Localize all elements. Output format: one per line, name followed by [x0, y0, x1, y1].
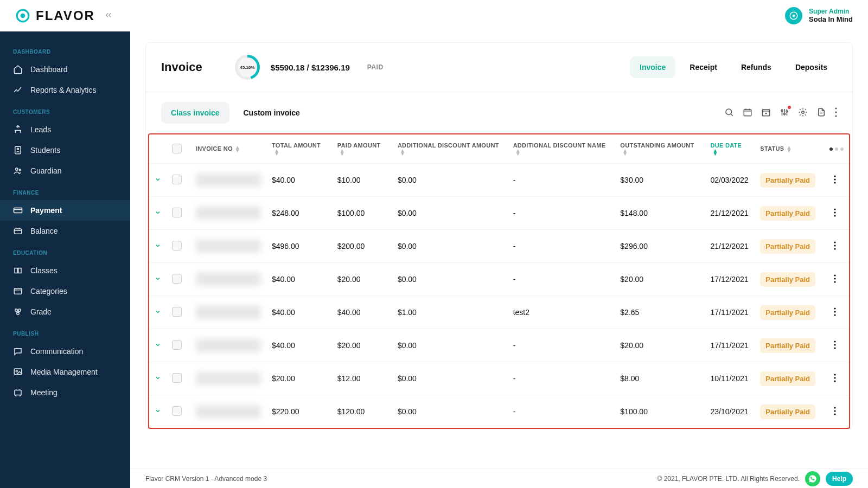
tab-receipt[interactable]: Receipt [680, 56, 727, 78]
add-discount-amount-cell: $0.00 [392, 263, 508, 296]
svg-point-25 [835, 111, 837, 113]
sidebar-item-meeting[interactable]: Meeting [0, 382, 130, 403]
paid-amount-cell: $120.00 [332, 395, 392, 428]
column-invoice-no[interactable]: INVOICE NO▲▼ [190, 134, 266, 164]
invoice-no-cell [196, 339, 261, 352]
due-date-cell: 17/11/2021 [705, 296, 755, 329]
row-checkbox[interactable] [172, 208, 182, 217]
column-status[interactable]: STATUS▲▼ [755, 134, 821, 164]
row-checkbox[interactable] [172, 406, 182, 416]
add-discount-name-cell: - [508, 197, 615, 230]
sidebar-item-media-management[interactable]: Media Management [0, 362, 130, 382]
sidebar-item-reports-analytics[interactable]: Reports & Analytics [0, 80, 130, 100]
expand-row-button[interactable] [155, 209, 161, 217]
svg-point-27 [834, 175, 835, 177]
add-discount-name-cell: - [508, 329, 615, 362]
row-menu-button[interactable] [834, 276, 836, 285]
total-amount-cell: $20.00 [266, 362, 332, 395]
total-amount-cell: $40.00 [266, 263, 332, 296]
brand-logo: FLAVOR [15, 8, 95, 23]
row-checkbox[interactable] [172, 274, 182, 284]
sidebar-item-label: Grade [30, 307, 52, 316]
row-checkbox[interactable] [172, 241, 182, 251]
user-menu[interactable]: Super Admin Soda In Mind [785, 7, 853, 24]
outstanding-amount-cell: $8.00 [615, 362, 705, 395]
progress-gauge: 45.10% [235, 55, 260, 80]
schedule-icon[interactable] [761, 107, 771, 119]
calendar-icon[interactable] [743, 107, 752, 119]
sidebar-item-students[interactable]: Students [0, 140, 130, 160]
filter-icon[interactable] [780, 107, 789, 119]
add-discount-amount-cell: $0.00 [392, 362, 508, 395]
expand-row-button[interactable] [155, 176, 161, 184]
svg-point-17 [726, 109, 732, 115]
export-icon[interactable] [816, 107, 826, 119]
paid-amount-cell: $12.00 [332, 362, 392, 395]
row-menu-button[interactable] [834, 375, 836, 384]
row-menu-button[interactable] [834, 342, 836, 351]
sidebar-item-classes[interactable]: Classes [0, 260, 130, 281]
tab-refunds[interactable]: Refunds [731, 56, 781, 78]
help-button[interactable]: Help [826, 472, 853, 486]
sidebar-item-categories[interactable]: Categories [0, 281, 130, 301]
row-checkbox[interactable] [172, 340, 182, 350]
expand-row-button[interactable] [155, 374, 161, 383]
tab-invoice[interactable]: Invoice [630, 56, 675, 78]
outstanding-amount-cell: $2.65 [615, 296, 705, 329]
row-checkbox[interactable] [172, 175, 182, 184]
subtab-custom-invoice[interactable]: Custom invoice [234, 102, 310, 124]
sidebar-item-balance[interactable]: Balance [0, 221, 130, 241]
row-menu-button[interactable] [834, 210, 836, 219]
sidebar-section-label: PUBLISH [0, 322, 130, 341]
status-badge: Partially Paid [760, 305, 815, 320]
add-discount-name-cell: - [508, 362, 615, 395]
column-additional-discount-amount[interactable]: ADDITIONAL DISCOUNT AMOUNT▲▼ [392, 134, 508, 164]
sidebar-item-communication[interactable]: Communication [0, 341, 130, 362]
sidebar-collapse-button[interactable] [104, 10, 113, 22]
due-date-cell: 23/10/2021 [705, 395, 755, 428]
search-icon[interactable] [724, 107, 734, 119]
expand-row-button[interactable] [155, 407, 161, 416]
more-icon[interactable] [835, 107, 837, 119]
column-additional-discount-name[interactable]: ADDITIONAL DISCOUNT NAME▲▼ [508, 134, 615, 164]
guardian-icon [13, 166, 23, 176]
column-total-amount[interactable]: TOTAL AMOUNT▲▼ [266, 134, 332, 164]
table-row: $40.00$40.00$1.00test2$2.6517/11/2021Par… [149, 296, 849, 329]
select-all-checkbox[interactable] [172, 144, 182, 153]
sidebar-item-dashboard[interactable]: Dashboard [0, 59, 130, 80]
row-checkbox[interactable] [172, 373, 182, 383]
column-due-date[interactable]: DUE DATE▲▼ [705, 134, 755, 164]
sidebar-item-grade[interactable]: Grade [0, 301, 130, 322]
settings-icon[interactable] [798, 107, 808, 119]
svg-point-29 [834, 182, 835, 183]
whatsapp-icon[interactable] [805, 471, 820, 486]
expand-row-button[interactable] [155, 341, 161, 350]
expand-row-button[interactable] [155, 242, 161, 251]
expand-row-button[interactable] [155, 275, 161, 284]
sort-icon: ▲▼ [235, 146, 240, 152]
column-paid-amount[interactable]: PAID AMOUNT▲▼ [332, 134, 392, 164]
row-checkbox[interactable] [172, 307, 182, 317]
sidebar-item-guardian[interactable]: Guardian [0, 160, 130, 181]
status-badge: Partially Paid [760, 173, 815, 188]
page-title: Invoice [161, 60, 202, 74]
sidebar-item-label: Leads [30, 125, 51, 134]
sidebar-item-leads[interactable]: Leads [0, 119, 130, 140]
pagination-dots[interactable] [829, 147, 844, 151]
due-date-cell: 17/12/2021 [705, 263, 755, 296]
expand-row-button[interactable] [155, 308, 161, 317]
row-menu-button[interactable] [834, 177, 836, 185]
row-menu-button[interactable] [834, 309, 836, 318]
svg-point-26 [835, 115, 837, 117]
svg-rect-8 [14, 208, 22, 213]
tab-deposits[interactable]: Deposits [786, 56, 837, 78]
row-menu-button[interactable] [834, 408, 836, 417]
row-menu-button[interactable] [834, 243, 836, 252]
svg-point-41 [834, 314, 835, 316]
status-badge: Partially Paid [760, 239, 815, 254]
svg-point-5 [17, 148, 19, 150]
main-content: Invoice 45.10% $5590.18 / $12396.19 PAID… [130, 31, 868, 488]
sidebar-item-payment[interactable]: Payment [0, 200, 130, 221]
subtab-class-invoice[interactable]: Class invoice [161, 102, 229, 124]
column-outstanding-amount[interactable]: OUTSTANDING AMOUNT▲▼ [615, 134, 705, 164]
